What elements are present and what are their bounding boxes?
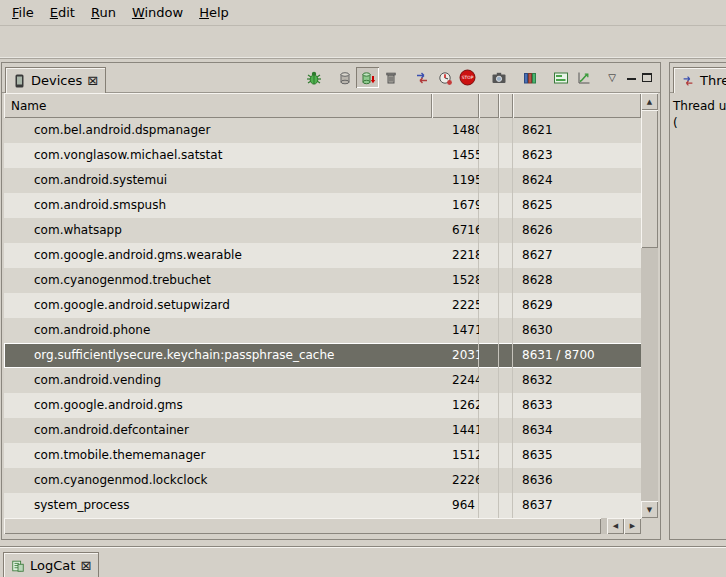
device-pid: 20311 (432, 343, 479, 368)
table-row[interactable]: com.google.android.gms126238633 (4, 393, 658, 418)
status-cell (499, 118, 513, 143)
horizontal-scrollbar[interactable]: ◀ ▶ (4, 518, 641, 534)
table-row[interactable]: org.sufficientlysecure.keychain:passphra… (4, 343, 658, 368)
table-row[interactable]: com.cyanogenmod.trebuchet15288628 (4, 268, 658, 293)
toolbar-separator (510, 77, 518, 78)
status-cell (479, 318, 499, 343)
device-table-body: com.bel.android.dspmanager14808621com.vo… (4, 118, 658, 518)
minimize-icon[interactable] (627, 72, 636, 80)
column-header-name[interactable]: Name (4, 93, 432, 118)
status-cell (479, 118, 499, 143)
update-heap-button[interactable] (333, 67, 356, 88)
device-name: org.sufficientlysecure.keychain:passphra… (4, 343, 432, 368)
close-icon[interactable]: ⊠ (87, 74, 98, 87)
vertical-scroll-track[interactable] (641, 110, 658, 501)
close-icon[interactable]: ⊠ (80, 559, 91, 572)
method-profiling-button[interactable] (433, 67, 456, 88)
scroll-left-icon[interactable]: ◀ (607, 518, 624, 534)
capture-systrace-button[interactable] (549, 67, 572, 88)
method-profiling-icon (437, 70, 453, 86)
capture-view-hierarchy-button[interactable] (518, 67, 541, 88)
debug-process-button[interactable] (302, 67, 325, 88)
menu-run[interactable]: Run (83, 2, 124, 23)
table-row[interactable]: com.cyanogenmod.lockclock222658636 (4, 468, 658, 493)
table-row[interactable]: com.android.defcontainer144118634 (4, 418, 658, 443)
horizontal-scroll-thumb[interactable] (4, 518, 601, 534)
device-port: 8635 (513, 443, 641, 468)
threads-message-line: ( (673, 115, 726, 132)
screen-capture-icon (491, 70, 507, 86)
table-row[interactable]: com.vonglasow.michael.satstat145538623 (4, 143, 658, 168)
tab-logcat[interactable]: LogCat ⊠ (3, 552, 99, 577)
device-name: com.whatsapp (4, 218, 432, 243)
scroll-up-icon[interactable]: ▲ (641, 93, 658, 110)
vertical-scroll-thumb[interactable] (641, 110, 658, 248)
dump-hprof-button[interactable] (356, 67, 379, 88)
table-row[interactable]: com.bel.android.dspmanager14808621 (4, 118, 658, 143)
column-header-status1[interactable] (479, 93, 499, 118)
device-pid: 22440 (432, 368, 479, 393)
threads-view: Threa Thread up ( (669, 62, 726, 540)
toolbar-separator (541, 77, 549, 78)
device-name: com.android.systemui (4, 168, 432, 193)
capture-view-hierarchy-icon (522, 70, 538, 86)
table-row[interactable]: system_process9648637 (4, 493, 658, 518)
status-cell (499, 468, 513, 493)
svg-text:STOP: STOP (462, 75, 474, 80)
maximize-icon[interactable] (642, 73, 652, 82)
device-port: 8630 (513, 318, 641, 343)
logcat-icon (11, 559, 25, 573)
table-row[interactable]: com.whatsapp67168626 (4, 218, 658, 243)
status-cell (479, 468, 499, 493)
column-header-port[interactable] (513, 93, 641, 118)
stop-process-button[interactable]: STOP (456, 67, 479, 88)
menu-help[interactable]: Help (191, 2, 237, 23)
table-row[interactable]: com.android.systemui11958624 (4, 168, 658, 193)
status-cell (499, 318, 513, 343)
toolbar-separator (402, 77, 410, 78)
view-menu-icon[interactable]: ▽ (603, 72, 621, 83)
device-name: com.android.defcontainer (4, 418, 432, 443)
status-cell (499, 143, 513, 168)
tab-devices[interactable]: Devices ⊠ (5, 67, 106, 93)
scroll-right-icon[interactable]: ▶ (624, 518, 641, 534)
status-cell (499, 393, 513, 418)
menu-window[interactable]: Window (124, 2, 191, 23)
table-row[interactable]: com.android.smspush16798625 (4, 193, 658, 218)
table-row[interactable]: com.google.android.gms.wearable221858627 (4, 243, 658, 268)
table-row[interactable]: com.google.android.setupwizard222508629 (4, 293, 658, 318)
table-header-row: Name (4, 93, 658, 118)
scroll-down-icon[interactable]: ▼ (641, 501, 658, 518)
screen-capture-button[interactable] (487, 67, 510, 88)
device-name: com.bel.android.dspmanager (4, 118, 432, 143)
menu-file[interactable]: File (4, 2, 42, 23)
vertical-scrollbar[interactable]: ▲ ▼ (641, 93, 658, 518)
device-port: 8633 (513, 393, 641, 418)
debug-process-icon (306, 70, 322, 86)
tab-threads-label: Threa (700, 73, 726, 88)
status-cell (499, 443, 513, 468)
update-threads-button[interactable] (410, 67, 433, 88)
device-port: 8624 (513, 168, 641, 193)
device-pid: 6716 (432, 218, 479, 243)
tab-threads[interactable]: Threa (673, 67, 726, 93)
device-pid: 1471 (432, 318, 479, 343)
column-header-pid[interactable] (432, 93, 479, 118)
table-row[interactable]: com.android.phone14718630 (4, 318, 658, 343)
status-cell (479, 143, 499, 168)
device-name: com.google.android.gms (4, 393, 432, 418)
toolbar-separator (479, 77, 487, 78)
column-header-status2[interactable] (499, 93, 513, 118)
cause-gc-button[interactable] (379, 67, 402, 88)
workspace: Devices ⊠ (0, 60, 726, 546)
device-name: com.google.android.gms.wearable (4, 243, 432, 268)
table-row[interactable]: com.tmobile.thememanager15128635 (4, 443, 658, 468)
opengl-trace-button[interactable] (572, 67, 595, 88)
status-cell (499, 193, 513, 218)
device-pid: 12623 (432, 393, 479, 418)
device-pid: 1512 (432, 443, 479, 468)
menu-edit[interactable]: Edit (42, 2, 83, 23)
devices-toolbar: STOP (302, 67, 660, 92)
table-row[interactable]: com.android.vending224408632 (4, 368, 658, 393)
device-name: com.android.vending (4, 368, 432, 393)
